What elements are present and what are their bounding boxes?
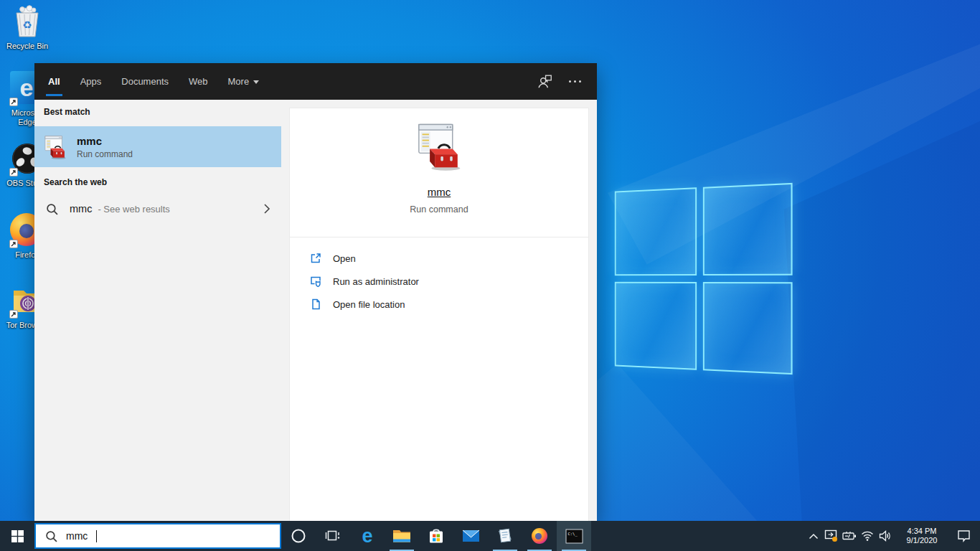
display-icon bbox=[824, 529, 839, 542]
web-query: mmc bbox=[70, 203, 92, 215]
taskbar: mmc e bbox=[0, 521, 980, 551]
chevron-down-icon bbox=[253, 80, 259, 84]
battery-charging-icon bbox=[842, 531, 857, 541]
notepad-icon bbox=[496, 527, 514, 545]
taskbar-file-explorer[interactable] bbox=[385, 521, 419, 551]
search-icon bbox=[46, 203, 58, 215]
web-search-result[interactable]: mmc - See web results bbox=[34, 194, 281, 224]
search-filter-bar: All Apps Documents Web More bbox=[34, 63, 597, 100]
speaker-icon bbox=[879, 530, 892, 542]
text-caret bbox=[96, 530, 97, 542]
wifi-icon bbox=[861, 531, 874, 541]
search-icon bbox=[45, 530, 57, 542]
tab-label: Documents bbox=[121, 76, 169, 87]
search-flyout: All Apps Documents Web More Best match bbox=[34, 63, 597, 521]
account-icon[interactable] bbox=[537, 74, 553, 90]
file-explorer-icon bbox=[392, 528, 411, 544]
taskbar-notepad[interactable] bbox=[488, 521, 522, 551]
windows-logo-pane bbox=[615, 282, 697, 370]
desktop-icon-recycle-bin[interactable]: ♻ Recycle Bin bbox=[2, 4, 52, 51]
result-title: mmc bbox=[77, 135, 133, 147]
mmc-app-icon bbox=[43, 135, 67, 159]
action-label: Open file location bbox=[333, 299, 405, 310]
search-results-list: Best match mmc Run command Search the we… bbox=[34, 100, 281, 521]
tab-web[interactable]: Web bbox=[179, 63, 218, 100]
shortcut-arrow-icon bbox=[9, 98, 18, 106]
action-open[interactable]: Open bbox=[309, 247, 588, 270]
windows-logo-pane bbox=[702, 282, 792, 375]
mmc-app-icon-large bbox=[415, 122, 463, 171]
task-view-icon bbox=[325, 529, 341, 543]
tab-label: All bbox=[48, 76, 60, 87]
best-match-header: Best match bbox=[34, 107, 281, 117]
result-subtitle: Run command bbox=[77, 149, 133, 159]
start-button[interactable] bbox=[0, 521, 34, 551]
preview-pane: mmc Run command Open bbox=[281, 100, 597, 521]
open-icon bbox=[309, 252, 322, 265]
recycle-bin-icon: ♻ bbox=[10, 4, 44, 39]
action-run-as-administrator[interactable]: Run as administrator bbox=[309, 270, 588, 293]
task-view-button[interactable] bbox=[316, 521, 350, 551]
command-prompt-icon: C:\_ bbox=[565, 529, 583, 544]
tab-label: More bbox=[228, 76, 250, 87]
microsoft-store-icon bbox=[428, 527, 445, 545]
tray-battery[interactable] bbox=[840, 521, 858, 551]
firefox-icon bbox=[531, 527, 548, 545]
best-match-result-mmc[interactable]: mmc Run command bbox=[34, 126, 281, 167]
tray-volume[interactable] bbox=[876, 521, 894, 551]
windows-logo-pane bbox=[702, 183, 792, 276]
system-tray: 4:34 PM 9/1/2020 bbox=[804, 521, 980, 551]
taskbar-search-input[interactable]: mmc bbox=[34, 523, 281, 549]
action-label: Run as administrator bbox=[333, 276, 419, 287]
actions-list: Open Run as administrator bbox=[290, 237, 588, 316]
svg-text:C:\_: C:\_ bbox=[567, 531, 578, 536]
preview-subtitle: Run command bbox=[410, 204, 468, 215]
taskbar-edge[interactable]: e bbox=[350, 521, 385, 551]
admin-shield-icon bbox=[309, 275, 322, 288]
search-the-web-header: Search the web bbox=[34, 177, 281, 187]
file-location-icon bbox=[309, 298, 322, 311]
cortana-icon bbox=[291, 528, 306, 544]
windows-logo-pane bbox=[615, 187, 697, 276]
preview-title[interactable]: mmc bbox=[428, 186, 451, 198]
shortcut-arrow-icon bbox=[9, 310, 18, 319]
mail-icon bbox=[462, 529, 480, 543]
notification-icon bbox=[957, 529, 971, 542]
preview-card: mmc Run command Open bbox=[289, 108, 589, 521]
taskbar-mail[interactable] bbox=[453, 521, 488, 551]
clock-date: 9/1/2020 bbox=[899, 536, 945, 546]
chevron-up-icon bbox=[809, 533, 819, 540]
svg-text:♻: ♻ bbox=[22, 19, 32, 31]
search-input-value: mmc bbox=[66, 530, 88, 542]
action-label: Open bbox=[333, 253, 356, 264]
action-center-button[interactable] bbox=[950, 521, 977, 551]
windows-logo bbox=[615, 183, 793, 375]
tab-documents[interactable]: Documents bbox=[111, 63, 179, 100]
chevron-right-icon[interactable] bbox=[263, 203, 271, 215]
taskbar-store[interactable] bbox=[419, 521, 453, 551]
tray-network[interactable] bbox=[858, 521, 876, 551]
tab-apps[interactable]: Apps bbox=[70, 63, 112, 100]
taskbar-command-prompt[interactable]: C:\_ bbox=[557, 521, 591, 551]
taskbar-firefox[interactable] bbox=[522, 521, 557, 551]
action-open-file-location[interactable]: Open file location bbox=[309, 293, 588, 316]
tab-label: Apps bbox=[80, 76, 102, 87]
shortcut-arrow-icon bbox=[9, 240, 18, 248]
shortcut-arrow-icon bbox=[9, 168, 18, 176]
tray-expand-button[interactable] bbox=[804, 521, 822, 551]
edge-icon: e bbox=[362, 527, 372, 546]
cortana-button[interactable] bbox=[281, 521, 316, 551]
web-suffix: - See web results bbox=[98, 204, 169, 215]
tab-all[interactable]: All bbox=[38, 63, 70, 100]
tray-display-status[interactable] bbox=[822, 521, 840, 551]
taskbar-clock[interactable]: 4:34 PM 9/1/2020 bbox=[899, 527, 945, 546]
tab-label: Web bbox=[189, 76, 208, 87]
clock-time: 4:34 PM bbox=[899, 527, 945, 537]
desktop-icon-label: Recycle Bin bbox=[2, 42, 52, 51]
windows-start-icon bbox=[11, 530, 24, 542]
tab-more[interactable]: More bbox=[218, 63, 270, 100]
more-options-icon[interactable] bbox=[569, 80, 581, 83]
